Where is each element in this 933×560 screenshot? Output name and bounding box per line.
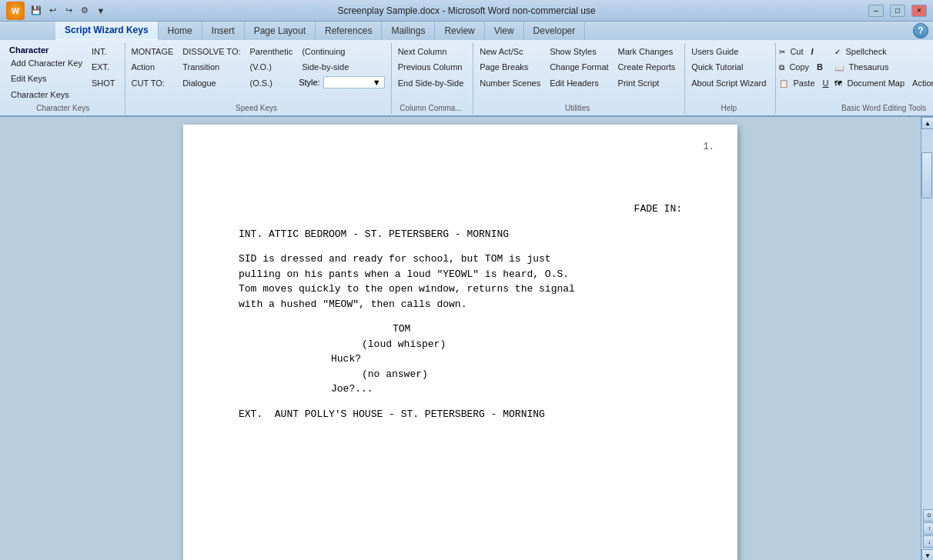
cut-to-button[interactable]: CUT TO: — [129, 76, 177, 91]
ext-button[interactable]: EXT. — [89, 60, 119, 75]
scroll-down-button[interactable]: ▼ — [921, 549, 933, 560]
transition-button[interactable]: Transition — [179, 60, 243, 75]
thesaurus-row: 📖 Thesaurus — [834, 60, 933, 75]
paste-button[interactable]: Paste — [790, 76, 818, 91]
thesaurus-icon: 📖 — [834, 64, 844, 72]
bold-button[interactable]: B — [814, 60, 826, 75]
users-guide-button[interactable]: Users Guide — [688, 45, 769, 59]
paste-row: 📋 Paste U — [779, 76, 831, 91]
vo-button[interactable]: (V.O.) — [247, 60, 296, 75]
scroll-select-browse-object[interactable]: ⊙ — [923, 509, 933, 522]
group-speed-keys: MONTAGE Action CUT TO: DISSOLVE TO: Tran… — [125, 43, 392, 114]
fade-in-line: FADE IN: — [239, 202, 682, 217]
os-button[interactable]: (O.S.) — [247, 76, 296, 91]
vertical-scrollbar[interactable]: ▲ ⊙ ↑ ↓ ▼ — [921, 117, 933, 560]
edit-headers-button[interactable]: Edit Headers — [547, 76, 611, 91]
dissolve-to-button[interactable]: DISSOLVE TO: — [179, 45, 243, 59]
tab-mailings[interactable]: Mailings — [382, 22, 435, 40]
italic-button[interactable]: I — [808, 45, 817, 59]
spell-icon: ✓ — [834, 48, 841, 56]
tab-developer[interactable]: Developer — [524, 22, 586, 40]
shot-button[interactable]: SHOT — [89, 76, 119, 91]
tab-insert[interactable]: Insert — [202, 22, 245, 40]
add-character-key-button[interactable]: Add Character Key — [8, 56, 85, 71]
tab-view[interactable]: View — [485, 22, 524, 40]
ribbon-content: Character Add Character Key Edit Keys Ch… — [0, 40, 933, 115]
parenthetic-button[interactable]: Parenthetic — [247, 45, 296, 59]
top-margin — [239, 171, 682, 202]
print-script-button[interactable]: Print Script — [615, 76, 679, 91]
change-format-button[interactable]: Change Format — [547, 60, 611, 75]
dialogue-button[interactable]: Dialogue — [179, 76, 243, 91]
next-column-button[interactable]: Next Column — [395, 45, 467, 59]
edit-keys-button[interactable]: Edit Keys — [8, 72, 85, 86]
speed-keys-content: MONTAGE Action CUT TO: DISSOLVE TO: Tran… — [129, 45, 385, 91]
action-edit-button[interactable]: Action — [909, 76, 933, 91]
quick-tutorial-button[interactable]: Quick Tutorial — [688, 60, 769, 75]
tab-page-layout[interactable]: Page Layout — [245, 22, 316, 40]
mark-changes-button[interactable]: Mark Changes — [615, 45, 679, 59]
qa-dropdown-button[interactable]: ▼ — [94, 4, 108, 18]
group-help: Users Guide Quick Tutorial About Script … — [685, 43, 776, 114]
spellcheck-row: ✓ Spellcheck — [834, 45, 933, 59]
character-tom: TOM — [393, 322, 682, 337]
cut-button[interactable]: Cut — [787, 45, 806, 59]
page-breaks-button[interactable]: Page Breaks — [477, 60, 543, 75]
undo-button[interactable]: ↩ — [45, 4, 59, 18]
util-col1: New Act/Sc Page Breaks Number Scenes — [477, 45, 543, 91]
document-map-button[interactable]: Document Map — [844, 76, 908, 91]
about-script-wizard-button[interactable]: About Script Wizard — [688, 76, 769, 91]
montage-button[interactable]: MONTAGE — [129, 45, 177, 59]
tab-review[interactable]: Review — [435, 22, 484, 40]
speed-col2: DISSOLVE TO: Transition Dialogue — [179, 45, 243, 91]
create-reports-button[interactable]: Create Reports — [615, 60, 679, 75]
scroll-thumb[interactable] — [921, 152, 932, 198]
minimize-button[interactable]: – — [868, 5, 884, 17]
tab-script-wizard-keys[interactable]: Script Wizard Keys — [55, 22, 159, 40]
character-keys-button[interactable]: Character Keys — [8, 88, 85, 102]
show-styles-button[interactable]: Show Styles — [547, 45, 611, 59]
int-button[interactable]: INT. — [89, 45, 119, 59]
int-ext-col: INT. EXT. SHOT — [89, 45, 119, 91]
number-scenes-button[interactable]: Number Scenes — [477, 76, 543, 91]
dialogue-huck: Huck? — [331, 352, 624, 367]
previous-column-button[interactable]: Previous Column — [395, 60, 467, 75]
end-side-by-side-button[interactable]: End Side-by-Side — [395, 76, 467, 91]
group-column-commands: Next Column Previous Column End Side-by-… — [392, 43, 474, 114]
thesaurus-button[interactable]: Thesaurus — [845, 60, 891, 75]
spellcheck-button[interactable]: Spellcheck — [842, 45, 889, 59]
document-scroll[interactable]: 1. FADE IN: INT. ATTIC BEDROOM - ST. PET… — [0, 117, 921, 560]
qa-extra-button[interactable]: ⚙ — [78, 4, 92, 18]
scene-heading-2: EXT. AUNT POLLY'S HOUSE - ST. PETERSBERG… — [239, 407, 682, 422]
close-button[interactable]: × — [911, 5, 927, 17]
help-button[interactable]: ? — [908, 22, 933, 40]
continuing-button[interactable]: (Continuing — [299, 45, 385, 59]
blank3 — [239, 312, 682, 322]
action-speed-button[interactable]: Action — [129, 60, 177, 75]
underline-button[interactable]: U — [820, 76, 832, 91]
scroll-up-button[interactable]: ▲ — [921, 117, 933, 129]
document-page: 1. FADE IN: INT. ATTIC BEDROOM - ST. PET… — [183, 125, 737, 560]
restore-button[interactable]: □ — [890, 5, 905, 17]
redo-button[interactable]: ↪ — [62, 4, 75, 18]
column-commands-content: Next Column Previous Column End Side-by-… — [395, 45, 467, 91]
basic-editing-group-label: Basic Word Editing Tools — [779, 102, 933, 112]
style-dropdown[interactable]: ▼ — [323, 76, 385, 88]
main-area: 1. FADE IN: INT. ATTIC BEDROOM - ST. PET… — [0, 117, 933, 560]
spell-col: ✓ Spellcheck 📖 Thesaurus 🗺 Document Map … — [834, 45, 933, 91]
copy-button[interactable]: Copy — [786, 60, 812, 75]
ribbon: Script Wizard Keys Home Insert Page Layo… — [0, 22, 933, 117]
scroll-track[interactable] — [921, 129, 933, 508]
tab-references[interactable]: References — [316, 22, 382, 40]
save-button[interactable]: 💾 — [29, 4, 43, 18]
scroll-next-page-button[interactable]: ↓ — [923, 535, 933, 548]
tab-home[interactable]: Home — [159, 22, 202, 40]
side-by-side-button[interactable]: Side-by-side — [299, 60, 385, 75]
dropdown-arrow-icon[interactable]: ▼ — [373, 78, 381, 87]
character-keys-group-label: Character Keys — [8, 102, 119, 112]
scroll-prev-page-button[interactable]: ↑ — [923, 522, 933, 535]
character-keys-content: Character Add Character Key Edit Keys Ch… — [8, 45, 119, 102]
new-act-sc-button[interactable]: New Act/Sc — [477, 45, 543, 59]
office-logo[interactable]: W — [6, 2, 25, 20]
scene-heading-1: INT. ATTIC BEDROOM - ST. PETERSBERG - MO… — [239, 227, 682, 242]
